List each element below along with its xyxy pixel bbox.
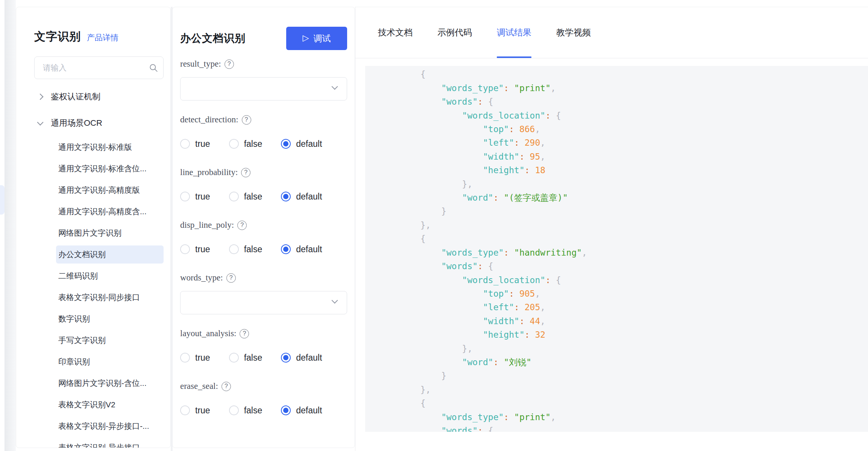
radio-option-false[interactable]: false [229, 192, 263, 202]
radio-label: true [195, 192, 210, 202]
sidebar-group[interactable]: 鉴权认证机制 [16, 84, 170, 110]
radio-circle[interactable] [229, 192, 239, 201]
radio-option-true[interactable]: true [180, 192, 210, 202]
radio-circle[interactable] [229, 244, 239, 254]
code-line: "words_location": { [379, 273, 868, 287]
sidebar-item-label: 网络图片文字识别-含位... [56, 374, 164, 392]
sidebar-item[interactable]: 表格文字识别-异步接口-... [56, 437, 164, 448]
debug-button[interactable]: ▷ 调试 [286, 27, 347, 50]
page-title: 文字识别 [34, 29, 81, 44]
debug-button-label: 调试 [313, 33, 331, 44]
api-params-panel: 办公文档识别 ▷ 调试 result_type:?detect_directio… [172, 7, 355, 448]
radio-label: true [195, 139, 210, 149]
sidebar-item[interactable]: 表格文字识别-异步接口-... [56, 415, 164, 437]
sidebar-item-label: 通用文字识别-标准含位... [56, 160, 164, 178]
sidebar-item[interactable]: 通用文字识别-标准版 [56, 136, 164, 158]
code-line: "left": 290, [379, 136, 868, 149]
radio-option-default[interactable]: default [281, 405, 322, 416]
radio-circle[interactable] [281, 139, 291, 149]
radio-group: truefalsedefault [180, 401, 347, 420]
sidebar-item-label: 手写文字识别 [56, 331, 164, 349]
api-header: 办公文档识别 ▷ 调试 [180, 7, 347, 50]
radio-option-false[interactable]: false [229, 244, 263, 254]
radio-circle[interactable] [281, 192, 291, 201]
radio-label: false [244, 192, 263, 202]
sidebar-item[interactable]: 手写文字识别 [56, 329, 164, 351]
tab-示例代码[interactable]: 示例代码 [437, 7, 472, 58]
chevron-down-icon [332, 84, 338, 90]
code-line: "words": { [379, 95, 868, 108]
search-input[interactable] [35, 63, 149, 72]
sidebar-item-label: 办公文档识别 [56, 245, 164, 264]
sidebar-item[interactable]: 印章识别 [56, 351, 164, 372]
chevron-down-icon [37, 119, 44, 125]
collapsed-drawer-handle[interactable] [0, 185, 5, 215]
code-line: "word": "刘锐" [379, 355, 868, 369]
sidebar-item[interactable]: 表格文字识别-同步接口 [56, 286, 164, 308]
radio-option-false[interactable]: false [229, 353, 263, 363]
radio-circle[interactable] [281, 353, 291, 363]
sidebar-item[interactable]: 通用文字识别-高精度版 [56, 179, 164, 201]
radio-circle[interactable] [180, 244, 190, 254]
field-select[interactable] [180, 291, 347, 314]
tab-教学视频[interactable]: 教学视频 [556, 7, 591, 58]
sidebar-item-label: 通用文字识别-标准版 [56, 138, 164, 156]
radio-label: default [296, 353, 322, 363]
radio-option-default[interactable]: default [281, 353, 322, 363]
radio-circle[interactable] [180, 192, 190, 201]
sidebar-item-label: 印章识别 [56, 353, 164, 371]
radio-option-default[interactable]: default [281, 139, 322, 149]
radio-label: false [244, 139, 263, 149]
field-label-row: result_type:? [180, 59, 347, 69]
radio-option-true[interactable]: true [180, 139, 210, 149]
sidebar-item[interactable]: 二维码识别 [56, 265, 164, 286]
help-icon[interactable]: ? [241, 168, 250, 177]
help-icon[interactable]: ? [240, 329, 249, 338]
radio-label: default [296, 192, 322, 202]
code-line: "top": 905, [379, 287, 868, 300]
params-form: result_type:?detect_direction:?truefalse… [180, 59, 347, 420]
sidebar-group[interactable]: 通用场景OCR [16, 110, 170, 136]
field-label: erase_seal: [180, 381, 218, 391]
radio-option-false[interactable]: false [229, 405, 263, 416]
sidebar-item[interactable]: 通用文字识别-高精度含... [56, 201, 164, 222]
sidebar-item-label: 通用文字识别-高精度版 [56, 181, 164, 199]
sidebar-item[interactable]: 网络图片文字识别-含位... [56, 372, 164, 394]
field-label: line_probability: [180, 168, 238, 177]
sidebar-item[interactable]: 办公文档识别 [56, 244, 164, 265]
sidebar-item[interactable]: 通用文字识别-标准含位... [56, 158, 164, 179]
sidebar-item[interactable]: 网络图片文字识别 [56, 222, 164, 244]
sidebar-item-label: 二维码识别 [56, 267, 164, 285]
radio-circle[interactable] [180, 353, 190, 363]
help-icon[interactable]: ? [225, 59, 234, 69]
help-icon[interactable]: ? [222, 382, 231, 391]
help-icon[interactable]: ? [237, 221, 247, 230]
field-select[interactable] [180, 77, 347, 101]
sidebar-item[interactable]: 数字识别 [56, 308, 164, 329]
product-details-link[interactable]: 产品详情 [87, 32, 118, 43]
help-icon[interactable]: ? [242, 115, 251, 125]
sidebar-item[interactable]: 表格文字识别V2 [56, 394, 164, 415]
tab-技术文档[interactable]: 技术文档 [378, 7, 413, 58]
radio-circle[interactable] [229, 139, 239, 149]
radio-option-default[interactable]: default [281, 244, 322, 254]
radio-option-true[interactable]: true [180, 405, 210, 416]
field-label-row: detect_direction:? [180, 115, 347, 125]
tab-调试结果[interactable]: 调试结果 [497, 7, 531, 58]
radio-option-false[interactable]: false [229, 139, 263, 149]
radio-group: truefalsedefault [180, 348, 347, 367]
radio-circle[interactable] [229, 353, 239, 363]
radio-option-default[interactable]: default [281, 192, 322, 202]
help-icon[interactable]: ? [226, 273, 236, 283]
code-line: "height": 32 [379, 328, 868, 341]
radio-circle[interactable] [281, 405, 291, 415]
search-box[interactable] [34, 56, 164, 79]
sidebar-item-label: 表格文字识别V2 [56, 396, 164, 414]
radio-circle[interactable] [281, 244, 291, 254]
radio-circle[interactable] [180, 139, 190, 149]
radio-option-true[interactable]: true [180, 353, 210, 363]
radio-option-true[interactable]: true [180, 244, 210, 254]
sidebar-tree: 鉴权认证机制通用场景OCR通用文字识别-标准版通用文字识别-标准含位...通用文… [16, 84, 170, 448]
radio-circle[interactable] [180, 405, 190, 415]
radio-circle[interactable] [229, 405, 239, 415]
